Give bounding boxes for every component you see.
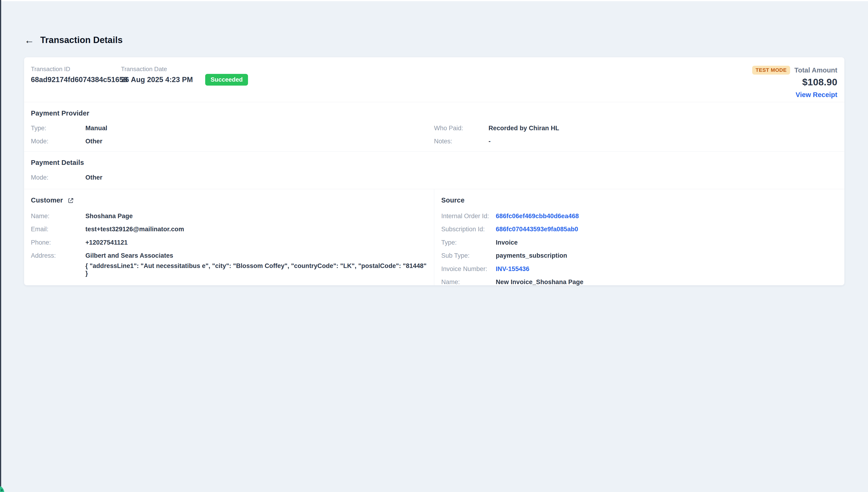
page-header: ← Transaction Details (24, 35, 123, 45)
source-type-row: Type: Invoice (441, 239, 837, 246)
status-badge: Succeeded (205, 74, 248, 85)
row-label: Invoice Number: (441, 265, 496, 273)
back-arrow-icon[interactable]: ← (24, 35, 34, 45)
row-value: Other (86, 138, 102, 145)
row-label: Phone: (31, 239, 86, 246)
customer-email-row: Email: test+test329126@mailinator.com (31, 225, 427, 233)
row-value: +12027541121 (86, 239, 128, 246)
invoice-number-row: Invoice Number: INV-155436 (441, 265, 837, 273)
chat-widget-bubble[interactable] (0, 486, 4, 492)
transaction-id-label: Transaction ID (31, 66, 121, 73)
page-title: Transaction Details (40, 35, 123, 45)
payment-details-heading: Payment Details (31, 159, 837, 167)
payment-provider-mode-row: Mode: Other (31, 138, 434, 145)
transaction-date-value: 26 Aug 2025 4:23 PM (121, 75, 198, 84)
address-value: Gilbert and Sears Associates { "addressL… (86, 252, 427, 277)
row-label: Mode: (31, 174, 86, 181)
row-label: Type: (31, 124, 86, 132)
transaction-card: Transaction ID 68ad92174fd6074384c51658 … (24, 57, 844, 285)
row-label: Internal Order Id: (441, 212, 496, 220)
row-label: Name: (441, 278, 496, 286)
transaction-date-label: Transaction Date (121, 66, 198, 73)
row-label: Name: (31, 212, 86, 220)
row-value: Invoice (496, 239, 518, 246)
subscription-id-link[interactable]: 686fc070443593e9fa085ab0 (496, 225, 578, 233)
row-value: test+test329126@mailinator.com (86, 225, 184, 233)
row-value: Recorded by Chiran HL (488, 124, 559, 132)
transaction-id-group: Transaction ID 68ad92174fd6074384c51658 (31, 66, 121, 84)
customer-address-row: Address: Gilbert and Sears Associates { … (31, 252, 427, 277)
customer-column: Customer Name: Shoshana Page Email: test (24, 189, 434, 285)
total-amount-label: Total Amount (794, 67, 837, 74)
customer-phone-row: Phone: +12027541121 (31, 239, 427, 246)
row-value: payments_subscription (496, 252, 567, 259)
row-value: Shoshana Page (86, 212, 132, 220)
internal-order-id-row: Internal Order Id: 686fc06ef469cbb40d6ea… (441, 212, 837, 220)
row-value: Manual (86, 124, 107, 132)
customer-source-section: Customer Name: Shoshana Page Email: test (24, 189, 844, 285)
total-amount-value: $108.90 (802, 77, 837, 88)
row-value: - (488, 138, 491, 145)
row-value: New Invoice_Shoshana Page (496, 278, 583, 286)
customer-name-row: Name: Shoshana Page (31, 212, 427, 220)
source-subtype-row: Sub Type: payments_subscription (441, 252, 837, 259)
amount-group: TEST MODE Total Amount $108.90 View Rece… (752, 66, 837, 99)
invoice-number-link[interactable]: INV-155436 (496, 265, 529, 273)
payment-provider-type-row: Type: Manual (31, 124, 434, 132)
source-column: Source Internal Order Id: 686fc06ef469cb… (434, 189, 844, 285)
payment-details-mode-row: Mode: Other (31, 174, 434, 181)
transaction-summary-header: Transaction ID 68ad92174fd6074384c51658 … (24, 57, 844, 102)
source-heading: Source (441, 196, 837, 204)
row-label: Notes: (434, 138, 488, 145)
internal-order-id-link[interactable]: 686fc06ef469cbb40d6ea468 (496, 212, 579, 220)
row-label: Who Paid: (434, 124, 488, 132)
row-label: Address: (31, 252, 86, 277)
address-line2: { "addressLine1": "Aut necessitatibus e"… (86, 262, 427, 277)
row-label: Subscription Id: (441, 225, 496, 233)
external-link-icon[interactable] (68, 197, 74, 204)
transaction-date-group: Transaction Date 26 Aug 2025 4:23 PM (121, 66, 198, 84)
sidebar-edge (0, 0, 1, 492)
who-paid-row: Who Paid: Recorded by Chiran HL (434, 124, 837, 132)
subscription-id-row: Subscription Id: 686fc070443593e9fa085ab… (441, 225, 837, 233)
row-label: Mode: (31, 138, 86, 145)
customer-heading: Customer (31, 196, 63, 204)
transaction-id-value: 68ad92174fd6074384c51658 (31, 75, 121, 84)
notes-row: Notes: - (434, 138, 837, 145)
row-label: Type: (441, 239, 496, 246)
row-label: Email: (31, 225, 86, 233)
test-mode-badge: TEST MODE (752, 66, 790, 75)
row-label: Sub Type: (441, 252, 496, 259)
payment-provider-section: Payment Provider Type: Manual Mode: Othe… (24, 102, 844, 151)
view-receipt-link[interactable]: View Receipt (796, 91, 837, 99)
payment-details-section: Payment Details Mode: Other (24, 151, 844, 189)
top-edge-strip (0, 0, 868, 1)
row-value: Other (86, 174, 102, 181)
source-name-row: Name: New Invoice_Shoshana Page (441, 278, 837, 286)
chat-bubble-dot (1, 489, 3, 491)
payment-provider-heading: Payment Provider (31, 109, 837, 117)
address-line1: Gilbert and Sears Associates (86, 252, 427, 259)
